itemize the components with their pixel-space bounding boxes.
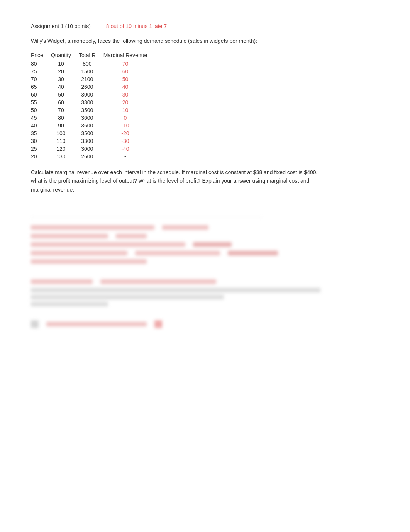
cell-quantity: 60: [51, 99, 79, 106]
cell-mr: -: [103, 153, 155, 160]
demand-schedule-table: Price Quantity Total R Marginal Revenue …: [31, 51, 155, 160]
assignment-title: Assignment 1 (10 points): [31, 23, 91, 29]
cell-mr: -10: [103, 122, 155, 129]
cell-quantity: 90: [51, 122, 79, 129]
cell-price: 75: [31, 68, 51, 75]
col-header-total-r: Total R: [79, 51, 103, 60]
cell-mr: 50: [103, 75, 155, 83]
cell-quantity: 50: [51, 91, 79, 99]
cell-quantity: 70: [51, 106, 79, 114]
cell-mr: 70: [103, 60, 155, 68]
cell-quantity: 30: [51, 75, 79, 83]
cell-total-r: 3300: [79, 99, 103, 106]
cell-price: 60: [31, 91, 51, 99]
cell-price: 35: [31, 129, 51, 137]
assignment-score: 8 out of 10 minus 1 late 7: [106, 23, 167, 29]
table-row: 251203000-40: [31, 145, 155, 153]
cell-mr: 60: [103, 68, 155, 75]
table-row: 6050300030: [31, 91, 155, 99]
table-row: 351003500-20: [31, 129, 155, 137]
question-intro: Willy's Widget, a monopoly, faces the fo…: [31, 37, 379, 45]
cell-total-r: 2600: [79, 83, 103, 91]
cell-total-r: 3300: [79, 137, 103, 145]
cell-quantity: 40: [51, 83, 79, 91]
cell-total-r: 2100: [79, 75, 103, 83]
table-row: 5070350010: [31, 106, 155, 114]
cell-total-r: 3600: [79, 122, 103, 129]
cell-total-r: 3000: [79, 91, 103, 99]
table-row: 7030210050: [31, 75, 155, 83]
blurred-content: [31, 217, 379, 328]
cell-quantity: 10: [51, 60, 79, 68]
assignment-header: Assignment 1 (10 points) 8 out of 10 min…: [31, 23, 379, 29]
cell-total-r: 3500: [79, 106, 103, 114]
cell-mr: 30: [103, 91, 155, 99]
cell-quantity: 120: [51, 145, 79, 153]
cell-quantity: 110: [51, 137, 79, 145]
col-header-mr: Marginal Revenue: [103, 51, 155, 60]
cell-total-r: 1500: [79, 68, 103, 75]
cell-mr: 0: [103, 114, 155, 122]
cell-mr: 10: [103, 106, 155, 114]
cell-total-r: 3500: [79, 129, 103, 137]
cell-price: 25: [31, 145, 51, 153]
table-row: 40903600-10: [31, 122, 155, 129]
cell-price: 30: [31, 137, 51, 145]
cell-price: 80: [31, 60, 51, 68]
table-row: 301103300-30: [31, 137, 155, 145]
cell-price: 45: [31, 114, 51, 122]
cell-total-r: 3600: [79, 114, 103, 122]
cell-price: 65: [31, 83, 51, 91]
cell-price: 40: [31, 122, 51, 129]
table-row: 801080070: [31, 60, 155, 68]
cell-price: 70: [31, 75, 51, 83]
calculate-text: Calculate marginal revenue over each int…: [31, 168, 320, 194]
table-row: 5560330020: [31, 99, 155, 106]
cell-price: 20: [31, 153, 51, 160]
cell-quantity: 100: [51, 129, 79, 137]
col-header-quantity: Quantity: [51, 51, 79, 60]
cell-mr: 20: [103, 99, 155, 106]
cell-price: 55: [31, 99, 51, 106]
table-row: 7520150060: [31, 68, 155, 75]
cell-price: 50: [31, 106, 51, 114]
cell-mr: -30: [103, 137, 155, 145]
table-row: 6540260040: [31, 83, 155, 91]
cell-total-r: 3000: [79, 145, 103, 153]
col-header-price: Price: [31, 51, 51, 60]
table-row: 201302600-: [31, 153, 155, 160]
cell-total-r: 800: [79, 60, 103, 68]
cell-quantity: 80: [51, 114, 79, 122]
cell-quantity: 130: [51, 153, 79, 160]
table-row: 458036000: [31, 114, 155, 122]
cell-total-r: 2600: [79, 153, 103, 160]
cell-mr: -20: [103, 129, 155, 137]
cell-quantity: 20: [51, 68, 79, 75]
cell-mr: -40: [103, 145, 155, 153]
cell-mr: 40: [103, 83, 155, 91]
